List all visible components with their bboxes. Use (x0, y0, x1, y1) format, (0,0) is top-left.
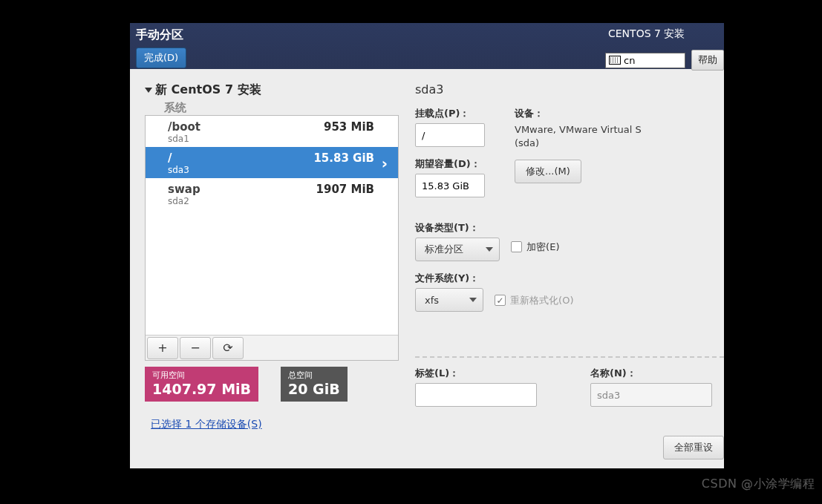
reformat-checkbox (495, 295, 506, 306)
desired-capacity-input[interactable] (415, 174, 485, 197)
titlebar: 手动分区 完成(D) CENTOS 7 安装 cn 帮助 (130, 23, 724, 69)
mount-point-label: 挂载点(P)： (415, 107, 485, 120)
tag-label: 标签(L)： (415, 367, 537, 380)
available-space-label: 可用空间 (152, 370, 251, 381)
device-type-value: 标准分区 (425, 243, 463, 256)
device-label: 设备： (515, 107, 648, 120)
mount-point: /boot (168, 120, 324, 134)
keyboard-icon (609, 56, 621, 65)
tag-input[interactable] (415, 383, 537, 407)
right-panel: sda3 挂载点(P)： 期望容量(D)： 设备： VMware, VM (415, 82, 724, 431)
chevron-down-icon (486, 247, 493, 252)
partition-device: sda3 (168, 165, 313, 175)
filesystem-value: xfs (425, 295, 439, 306)
help-button[interactable]: 帮助 (691, 50, 724, 71)
partition-item-root[interactable]: / 15.83 GiB › sda3 (146, 147, 398, 178)
installer-window: 手动分区 完成(D) CENTOS 7 安装 cn 帮助 新 CentOS 7 … (130, 23, 724, 468)
chevron-down-icon[interactable] (145, 88, 152, 93)
device-info: VMware, VMware Virtual S (sda) (515, 123, 648, 149)
partition-size: 953 MiB (324, 120, 374, 134)
encrypt-label: 加密(E) (526, 240, 559, 254)
total-space-value: 20 GiB (288, 381, 340, 397)
chevron-right-icon: › (374, 154, 388, 172)
partition-toolbar: + − ⟳ (146, 335, 398, 360)
divider (415, 356, 724, 358)
chevron-down-icon (469, 298, 477, 302)
space-summary: 可用空间 1407.97 MiB 总空间 20 GiB (145, 367, 399, 402)
keyboard-layout-selector[interactable]: cn (605, 53, 685, 68)
partition-size: 15.83 GiB (313, 151, 374, 165)
partition-list: /boot 953 MiB sda1 / 15.83 GiB › sda3 sw… (145, 115, 399, 361)
partition-size: 1907 MiB (316, 183, 374, 196)
partition-device: sda2 (168, 196, 316, 206)
name-label: 名称(N)： (590, 367, 712, 380)
reload-button[interactable]: ⟳ (212, 337, 244, 359)
total-space-label: 总空间 (288, 370, 340, 381)
done-button[interactable]: 完成(D) (136, 48, 186, 68)
filesystem-label: 文件系统(Y)： (415, 272, 724, 285)
remove-partition-button[interactable]: − (180, 337, 211, 359)
installer-subtitle: CENTOS 7 安装 (605, 27, 724, 41)
device-type-label: 设备类型(T)： (415, 221, 724, 235)
partition-device: sda1 (168, 134, 324, 144)
desired-capacity-label: 期望容量(D)： (415, 157, 485, 171)
watermark: CSDN @小涂学编程 (702, 477, 815, 492)
left-panel: 新 CentOS 7 安装 系统 /boot 953 MiB sda1 / 15… (145, 82, 399, 431)
selected-device-title: sda3 (415, 82, 724, 96)
page-title: 手动分区 (136, 27, 186, 43)
modify-device-button[interactable]: 修改...(M) (515, 160, 581, 183)
available-space-value: 1407.97 MiB (152, 381, 251, 397)
device-type-select[interactable]: 标准分区 (415, 238, 500, 261)
mount-point-input[interactable] (415, 123, 485, 147)
name-input[interactable] (590, 383, 712, 407)
footer-bar: 全部重设 (130, 431, 724, 468)
add-partition-button[interactable]: + (147, 337, 178, 359)
mount-point: / (168, 151, 313, 165)
partition-item-swap[interactable]: swap 1907 MiB sda2 (146, 178, 398, 209)
total-space-box: 总空间 20 GiB (281, 367, 348, 402)
keyboard-layout-value: cn (624, 55, 635, 66)
encrypt-checkbox[interactable] (511, 241, 522, 252)
filesystem-select[interactable]: xfs (415, 288, 483, 312)
reformat-label: 重新格式化(O) (510, 294, 573, 307)
available-space-box: 可用空间 1407.97 MiB (145, 367, 258, 402)
reset-all-button[interactable]: 全部重设 (663, 436, 724, 459)
partition-item-boot[interactable]: /boot 953 MiB sda1 (146, 116, 398, 147)
storage-devices-link[interactable]: 已选择 1 个存储设备(S) (145, 418, 399, 431)
mount-point: swap (168, 183, 316, 196)
group-label-system: 系统 (164, 101, 399, 115)
expander-title[interactable]: 新 CentOS 7 安装 (155, 82, 261, 98)
body: 新 CentOS 7 安装 系统 /boot 953 MiB sda1 / 15… (130, 69, 724, 431)
